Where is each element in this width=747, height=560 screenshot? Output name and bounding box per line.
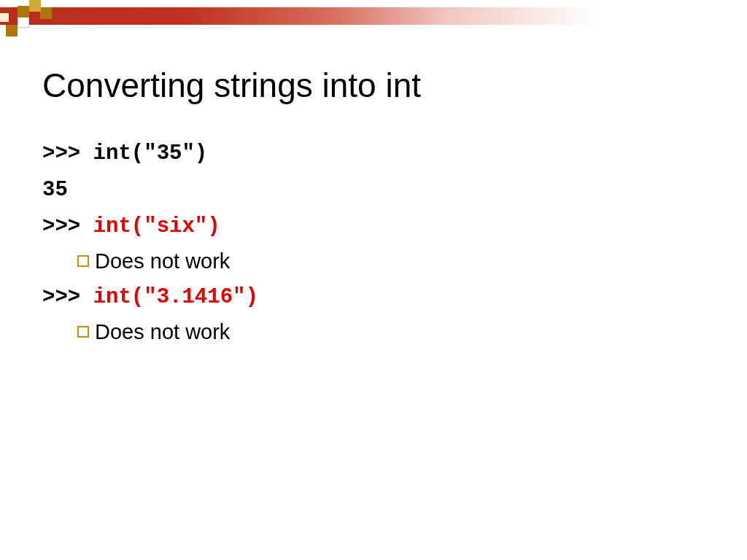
code-text-error: int("six") [93, 214, 220, 238]
header-squares-decoration [0, 0, 58, 36]
slide-content: Converting strings into int >>> int("35"… [42, 66, 718, 350]
prompt-text: >>> [42, 141, 80, 166]
prompt-text: >>> [42, 214, 80, 238]
code-line-2: >>> int("six") [42, 209, 718, 244]
deco-square [18, 6, 29, 18]
square-bullet-icon [77, 326, 89, 338]
output-line-1: 35 [42, 172, 718, 207]
header-gradient-bar [0, 7, 747, 25]
code-text-error: int("3.1416") [93, 285, 258, 309]
deco-square [0, 13, 9, 22]
bullet-text: Does not work [95, 245, 230, 278]
spacer [80, 214, 93, 238]
slide-header-decoration [0, 0, 747, 36]
deco-square [18, 16, 29, 28]
deco-square [29, 0, 41, 12]
prompt-text: >>> [42, 285, 80, 309]
bullet-line-1: Does not work [77, 245, 718, 278]
spacer [80, 285, 93, 309]
code-line-3: >>> int("3.1416") [42, 279, 718, 314]
deco-square [6, 25, 18, 36]
bullet-text: Does not work [95, 316, 230, 349]
deco-square [40, 7, 52, 19]
code-text: int("35") [80, 141, 207, 166]
square-bullet-icon [77, 255, 89, 267]
slide-body: >>> int("35") 35 >>> int("six") Does not… [42, 136, 718, 349]
bullet-line-2: Does not work [77, 316, 718, 349]
code-line-1: >>> int("35") [42, 136, 718, 171]
slide-title: Converting strings into int [42, 66, 718, 105]
output-text: 35 [42, 178, 68, 202]
